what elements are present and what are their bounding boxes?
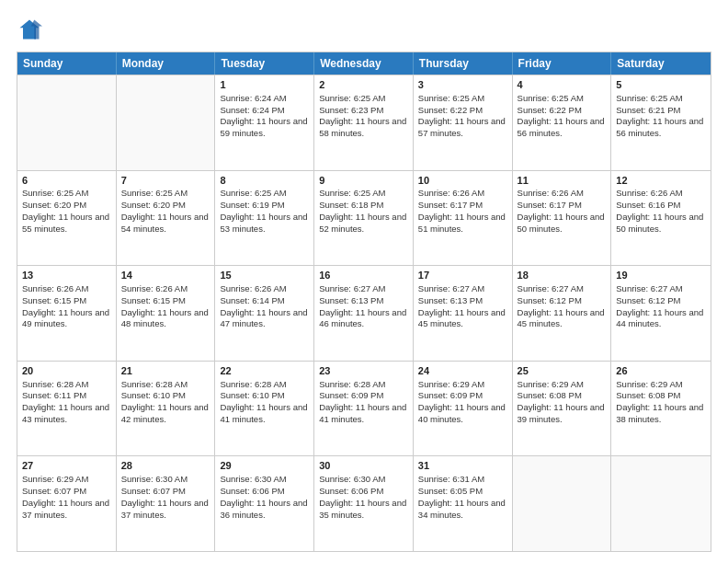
day-number: 13 (22, 269, 111, 282)
calendar-cell: 9Sunrise: 6:25 AMSunset: 6:18 PMDaylight… (314, 171, 414, 266)
calendar-cell: 13Sunrise: 6:26 AMSunset: 6:15 PMDayligh… (17, 266, 117, 361)
sunset-text: Sunset: 6:15 PM (22, 295, 111, 307)
daylight-text: Daylight: 11 hours and 41 minutes. (220, 402, 309, 426)
daylight-text: Daylight: 11 hours and 44 minutes. (616, 307, 706, 331)
daylight-text: Daylight: 11 hours and 54 minutes. (121, 212, 210, 236)
logo-icon (17, 17, 42, 42)
daylight-text: Daylight: 11 hours and 45 minutes. (518, 307, 607, 331)
weekday-header: Tuesday (215, 52, 314, 75)
calendar-cell: 26Sunrise: 6:29 AMSunset: 6:08 PMDayligh… (611, 362, 711, 456)
calendar-cell: 15Sunrise: 6:26 AMSunset: 6:14 PMDayligh… (215, 266, 314, 361)
calendar-cell: 17Sunrise: 6:27 AMSunset: 6:13 PMDayligh… (414, 266, 513, 361)
sunrise-text: Sunrise: 6:24 AM (220, 93, 309, 105)
sunrise-text: Sunrise: 6:29 AM (616, 379, 706, 391)
sunset-text: Sunset: 6:07 PM (22, 486, 111, 498)
daylight-text: Daylight: 11 hours and 39 minutes. (518, 402, 607, 426)
calendar-cell: 21Sunrise: 6:28 AMSunset: 6:10 PMDayligh… (117, 362, 216, 456)
daylight-text: Daylight: 11 hours and 47 minutes. (220, 307, 309, 331)
sunset-text: Sunset: 6:20 PM (22, 200, 111, 212)
calendar-cell: 23Sunrise: 6:28 AMSunset: 6:09 PMDayligh… (314, 362, 414, 456)
calendar-cell: 28Sunrise: 6:30 AMSunset: 6:07 PMDayligh… (117, 456, 216, 551)
sunrise-text: Sunrise: 6:25 AM (121, 188, 210, 200)
day-number: 16 (319, 269, 408, 282)
sunset-text: Sunset: 6:08 PM (518, 390, 607, 402)
day-number: 10 (418, 174, 507, 188)
sunrise-text: Sunrise: 6:25 AM (616, 93, 706, 105)
calendar-cell: 11Sunrise: 6:26 AMSunset: 6:17 PMDayligh… (513, 171, 612, 266)
calendar-cell: 30Sunrise: 6:30 AMSunset: 6:06 PMDayligh… (314, 456, 414, 551)
sunrise-text: Sunrise: 6:25 AM (22, 188, 111, 200)
sunset-text: Sunset: 6:06 PM (319, 486, 408, 498)
sunrise-text: Sunrise: 6:29 AM (22, 474, 111, 486)
calendar-cell: 27Sunrise: 6:29 AMSunset: 6:07 PMDayligh… (17, 456, 117, 551)
sunset-text: Sunset: 6:19 PM (220, 200, 309, 212)
weekday-header: Wednesday (314, 52, 414, 75)
sunset-text: Sunset: 6:24 PM (220, 105, 309, 117)
day-number: 28 (121, 459, 210, 473)
daylight-text: Daylight: 11 hours and 38 minutes. (616, 402, 706, 426)
sunset-text: Sunset: 6:10 PM (220, 390, 309, 402)
calendar-cell: 6Sunrise: 6:25 AMSunset: 6:20 PMDaylight… (17, 171, 117, 266)
day-number: 31 (418, 459, 507, 473)
sunset-text: Sunset: 6:17 PM (518, 200, 607, 212)
day-number: 26 (616, 364, 706, 378)
sunset-text: Sunset: 6:10 PM (121, 390, 210, 402)
calendar-row: 6Sunrise: 6:25 AMSunset: 6:20 PMDaylight… (17, 170, 711, 266)
day-number: 24 (418, 364, 507, 378)
weekday-header: Friday (513, 52, 612, 75)
daylight-text: Daylight: 11 hours and 45 minutes. (418, 307, 507, 331)
day-number: 15 (220, 269, 309, 282)
sunrise-text: Sunrise: 6:26 AM (418, 188, 507, 200)
day-number: 2 (319, 78, 408, 92)
daylight-text: Daylight: 11 hours and 36 minutes. (220, 498, 309, 522)
calendar-row: 13Sunrise: 6:26 AMSunset: 6:15 PMDayligh… (17, 265, 711, 361)
sunrise-text: Sunrise: 6:28 AM (22, 379, 111, 391)
day-number: 14 (121, 269, 210, 282)
day-number: 23 (319, 364, 408, 378)
day-number: 21 (121, 364, 210, 378)
sunrise-text: Sunrise: 6:26 AM (616, 188, 706, 200)
sunrise-text: Sunrise: 6:30 AM (121, 474, 210, 486)
day-number: 20 (22, 364, 111, 378)
sunset-text: Sunset: 6:16 PM (616, 200, 706, 212)
daylight-text: Daylight: 11 hours and 35 minutes. (319, 498, 408, 522)
calendar-cell: 20Sunrise: 6:28 AMSunset: 6:11 PMDayligh… (17, 362, 117, 456)
day-number: 18 (518, 269, 607, 282)
daylight-text: Daylight: 11 hours and 55 minutes. (22, 212, 111, 236)
sunrise-text: Sunrise: 6:27 AM (616, 283, 706, 295)
day-number: 4 (518, 78, 607, 92)
day-number: 5 (616, 78, 706, 92)
sunrise-text: Sunrise: 6:27 AM (418, 283, 507, 295)
calendar-cell: 25Sunrise: 6:29 AMSunset: 6:08 PMDayligh… (513, 362, 612, 456)
day-number: 12 (616, 174, 706, 188)
daylight-text: Daylight: 11 hours and 56 minutes. (518, 116, 607, 140)
sunrise-text: Sunrise: 6:26 AM (518, 188, 607, 200)
sunrise-text: Sunrise: 6:28 AM (220, 379, 309, 391)
calendar-cell: 31Sunrise: 6:31 AMSunset: 6:05 PMDayligh… (414, 456, 513, 551)
sunrise-text: Sunrise: 6:31 AM (418, 474, 507, 486)
daylight-text: Daylight: 11 hours and 37 minutes. (121, 498, 210, 522)
sunrise-text: Sunrise: 6:25 AM (418, 93, 507, 105)
sunset-text: Sunset: 6:09 PM (319, 390, 408, 402)
daylight-text: Daylight: 11 hours and 34 minutes. (418, 498, 507, 522)
day-number: 9 (319, 174, 408, 188)
sunset-text: Sunset: 6:11 PM (22, 390, 111, 402)
daylight-text: Daylight: 11 hours and 40 minutes. (418, 402, 507, 426)
daylight-text: Daylight: 11 hours and 57 minutes. (418, 116, 507, 140)
sunset-text: Sunset: 6:21 PM (616, 105, 706, 117)
daylight-text: Daylight: 11 hours and 37 minutes. (22, 498, 111, 522)
daylight-text: Daylight: 11 hours and 42 minutes. (121, 402, 210, 426)
sunset-text: Sunset: 6:07 PM (121, 486, 210, 498)
day-number: 19 (616, 269, 706, 282)
sunset-text: Sunset: 6:22 PM (518, 105, 607, 117)
daylight-text: Daylight: 11 hours and 51 minutes. (418, 212, 507, 236)
sunrise-text: Sunrise: 6:30 AM (220, 474, 309, 486)
calendar-cell: 4Sunrise: 6:25 AMSunset: 6:22 PMDaylight… (513, 75, 612, 170)
calendar-cell (117, 75, 216, 170)
day-number: 7 (121, 174, 210, 188)
day-number: 3 (418, 78, 507, 92)
day-number: 22 (220, 364, 309, 378)
calendar-cell: 3Sunrise: 6:25 AMSunset: 6:22 PMDaylight… (414, 75, 513, 170)
daylight-text: Daylight: 11 hours and 56 minutes. (616, 116, 706, 140)
calendar-cell (611, 456, 711, 551)
